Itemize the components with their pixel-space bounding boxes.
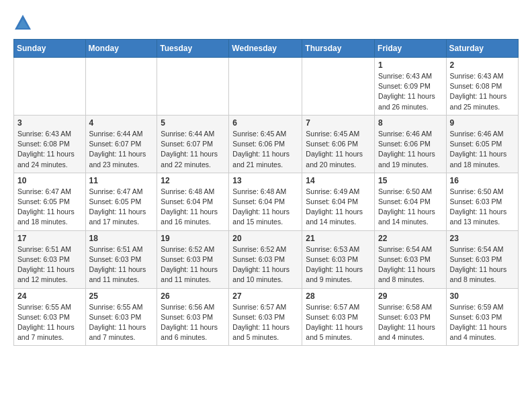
day-number: 14 <box>306 176 371 185</box>
day-number: 7 <box>306 118 371 128</box>
day-number: 30 <box>450 291 515 301</box>
calendar-table: SundayMondayTuesdayWednesdayThursdayFrid… <box>13 39 519 346</box>
day-info: Sunrise: 6:43 AMSunset: 6:08 PMDaylight:… <box>450 71 515 112</box>
column-header-monday: Monday <box>85 40 157 58</box>
day-info: Sunrise: 6:46 AMSunset: 6:06 PMDaylight:… <box>378 129 443 170</box>
calendar-day-cell: 1Sunrise: 6:43 AMSunset: 6:09 PMDaylight… <box>375 58 447 116</box>
calendar-day-cell: 28Sunrise: 6:57 AMSunset: 6:03 PMDayligh… <box>302 288 375 346</box>
calendar-day-cell <box>157 58 229 116</box>
day-number: 23 <box>450 234 515 243</box>
calendar-day-cell: 30Sunrise: 6:59 AMSunset: 6:03 PMDayligh… <box>446 288 518 346</box>
calendar-header-row: SundayMondayTuesdayWednesdayThursdayFrid… <box>14 40 519 58</box>
day-number: 26 <box>161 291 225 301</box>
day-number: 17 <box>17 234 82 243</box>
column-header-friday: Friday <box>375 40 447 58</box>
day-info: Sunrise: 6:45 AMSunset: 6:06 PMDaylight:… <box>306 129 371 170</box>
calendar-day-cell: 10Sunrise: 6:47 AMSunset: 6:05 PMDayligh… <box>14 173 86 230</box>
calendar-day-cell: 9Sunrise: 6:46 AMSunset: 6:05 PMDaylight… <box>446 115 518 173</box>
logo-icon <box>13 13 32 32</box>
calendar-day-cell: 6Sunrise: 6:45 AMSunset: 6:06 PMDaylight… <box>229 115 302 173</box>
day-info: Sunrise: 6:50 AMSunset: 6:04 PMDaylight:… <box>378 187 443 228</box>
day-number: 12 <box>161 176 225 185</box>
day-number: 8 <box>378 118 443 128</box>
calendar-week-row: 3Sunrise: 6:43 AMSunset: 6:08 PMDaylight… <box>14 115 519 173</box>
calendar-day-cell: 26Sunrise: 6:56 AMSunset: 6:03 PMDayligh… <box>157 288 229 346</box>
day-number: 19 <box>161 234 225 243</box>
day-info: Sunrise: 6:55 AMSunset: 6:03 PMDaylight:… <box>89 302 154 343</box>
calendar-day-cell <box>14 58 86 116</box>
day-number: 3 <box>17 118 82 128</box>
day-info: Sunrise: 6:56 AMSunset: 6:03 PMDaylight:… <box>161 302 225 343</box>
day-number: 20 <box>232 234 298 243</box>
day-info: Sunrise: 6:53 AMSunset: 6:03 PMDaylight:… <box>306 244 371 285</box>
calendar-day-cell: 11Sunrise: 6:47 AMSunset: 6:05 PMDayligh… <box>85 173 157 230</box>
day-number: 25 <box>89 291 154 301</box>
day-info: Sunrise: 6:57 AMSunset: 6:03 PMDaylight:… <box>306 302 371 343</box>
calendar-day-cell: 19Sunrise: 6:52 AMSunset: 6:03 PMDayligh… <box>157 230 229 288</box>
day-number: 9 <box>450 118 515 128</box>
column-header-saturday: Saturday <box>446 40 518 58</box>
calendar-day-cell: 23Sunrise: 6:54 AMSunset: 6:03 PMDayligh… <box>446 230 518 288</box>
day-number: 6 <box>232 118 298 128</box>
day-number: 28 <box>306 291 371 301</box>
calendar-day-cell: 22Sunrise: 6:54 AMSunset: 6:03 PMDayligh… <box>375 230 447 288</box>
calendar-day-cell: 14Sunrise: 6:49 AMSunset: 6:04 PMDayligh… <box>302 173 375 230</box>
day-info: Sunrise: 6:54 AMSunset: 6:03 PMDaylight:… <box>450 244 515 285</box>
calendar-day-cell: 3Sunrise: 6:43 AMSunset: 6:08 PMDaylight… <box>14 115 86 173</box>
calendar-day-cell: 2Sunrise: 6:43 AMSunset: 6:08 PMDaylight… <box>446 58 518 116</box>
calendar-day-cell: 4Sunrise: 6:44 AMSunset: 6:07 PMDaylight… <box>85 115 157 173</box>
calendar-day-cell <box>85 58 157 116</box>
day-info: Sunrise: 6:52 AMSunset: 6:03 PMDaylight:… <box>161 244 225 285</box>
column-header-sunday: Sunday <box>14 40 86 58</box>
day-number: 22 <box>378 234 443 243</box>
column-header-wednesday: Wednesday <box>229 40 302 58</box>
calendar-week-row: 24Sunrise: 6:55 AMSunset: 6:03 PMDayligh… <box>14 288 519 346</box>
calendar-day-cell: 5Sunrise: 6:44 AMSunset: 6:07 PMDaylight… <box>157 115 229 173</box>
calendar-day-cell <box>302 58 375 116</box>
day-info: Sunrise: 6:43 AMSunset: 6:09 PMDaylight:… <box>378 71 443 112</box>
calendar-day-cell: 25Sunrise: 6:55 AMSunset: 6:03 PMDayligh… <box>85 288 157 346</box>
calendar-day-cell: 13Sunrise: 6:48 AMSunset: 6:04 PMDayligh… <box>229 173 302 230</box>
day-info: Sunrise: 6:54 AMSunset: 6:03 PMDaylight:… <box>378 244 443 285</box>
logo <box>13 13 35 32</box>
day-info: Sunrise: 6:44 AMSunset: 6:07 PMDaylight:… <box>89 129 154 170</box>
calendar-day-cell: 29Sunrise: 6:58 AMSunset: 6:03 PMDayligh… <box>375 288 447 346</box>
calendar-day-cell: 8Sunrise: 6:46 AMSunset: 6:06 PMDaylight… <box>375 115 447 173</box>
day-info: Sunrise: 6:47 AMSunset: 6:05 PMDaylight:… <box>17 187 82 228</box>
calendar-day-cell: 27Sunrise: 6:57 AMSunset: 6:03 PMDayligh… <box>229 288 302 346</box>
day-info: Sunrise: 6:48 AMSunset: 6:04 PMDaylight:… <box>161 187 225 228</box>
day-number: 1 <box>378 60 443 70</box>
day-info: Sunrise: 6:45 AMSunset: 6:06 PMDaylight:… <box>232 129 298 170</box>
day-info: Sunrise: 6:46 AMSunset: 6:05 PMDaylight:… <box>450 129 515 170</box>
day-info: Sunrise: 6:48 AMSunset: 6:04 PMDaylight:… <box>232 187 298 228</box>
day-info: Sunrise: 6:43 AMSunset: 6:08 PMDaylight:… <box>17 129 82 170</box>
calendar-day-cell: 17Sunrise: 6:51 AMSunset: 6:03 PMDayligh… <box>14 230 86 288</box>
day-number: 5 <box>161 118 225 128</box>
day-number: 13 <box>232 176 298 185</box>
day-info: Sunrise: 6:51 AMSunset: 6:03 PMDaylight:… <box>17 244 82 285</box>
calendar-day-cell: 21Sunrise: 6:53 AMSunset: 6:03 PMDayligh… <box>302 230 375 288</box>
column-header-tuesday: Tuesday <box>157 40 229 58</box>
day-info: Sunrise: 6:51 AMSunset: 6:03 PMDaylight:… <box>89 244 154 285</box>
day-number: 21 <box>306 234 371 243</box>
calendar-week-row: 1Sunrise: 6:43 AMSunset: 6:09 PMDaylight… <box>14 58 519 116</box>
calendar-week-row: 17Sunrise: 6:51 AMSunset: 6:03 PMDayligh… <box>14 230 519 288</box>
day-number: 24 <box>17 291 82 301</box>
calendar-week-row: 10Sunrise: 6:47 AMSunset: 6:05 PMDayligh… <box>14 173 519 230</box>
day-info: Sunrise: 6:52 AMSunset: 6:03 PMDaylight:… <box>232 244 298 285</box>
day-info: Sunrise: 6:50 AMSunset: 6:03 PMDaylight:… <box>450 187 515 228</box>
calendar-day-cell: 15Sunrise: 6:50 AMSunset: 6:04 PMDayligh… <box>375 173 447 230</box>
calendar-day-cell: 16Sunrise: 6:50 AMSunset: 6:03 PMDayligh… <box>446 173 518 230</box>
day-number: 15 <box>378 176 443 185</box>
day-info: Sunrise: 6:59 AMSunset: 6:03 PMDaylight:… <box>450 302 515 343</box>
column-header-thursday: Thursday <box>302 40 375 58</box>
page-header <box>13 13 519 32</box>
day-number: 18 <box>89 234 154 243</box>
day-number: 2 <box>450 60 515 70</box>
calendar-day-cell: 7Sunrise: 6:45 AMSunset: 6:06 PMDaylight… <box>302 115 375 173</box>
day-info: Sunrise: 6:49 AMSunset: 6:04 PMDaylight:… <box>306 187 371 228</box>
calendar-day-cell: 12Sunrise: 6:48 AMSunset: 6:04 PMDayligh… <box>157 173 229 230</box>
day-info: Sunrise: 6:55 AMSunset: 6:03 PMDaylight:… <box>17 302 82 343</box>
day-number: 29 <box>378 291 443 301</box>
calendar-day-cell: 18Sunrise: 6:51 AMSunset: 6:03 PMDayligh… <box>85 230 157 288</box>
